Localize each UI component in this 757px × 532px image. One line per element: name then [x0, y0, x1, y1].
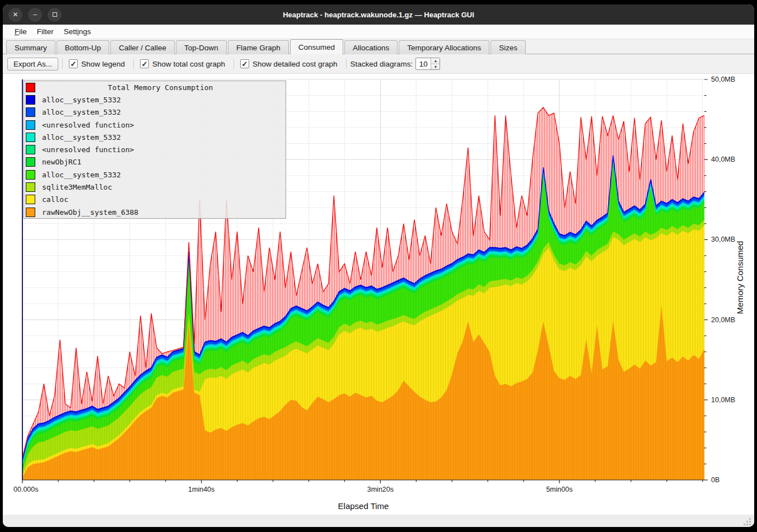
legend-swatch-icon — [26, 107, 35, 117]
tab-top-down[interactable]: Top-Down — [176, 40, 227, 54]
legend-row: sqlite3MemMalloc — [24, 181, 286, 193]
stacked-diagrams-control: Stacked diagrams: 10 ▲ ▼ — [351, 58, 441, 70]
checkbox-label: Show legend — [81, 60, 125, 68]
legend-row: newObjRC1 — [24, 156, 286, 168]
spin-up-icon[interactable]: ▲ — [431, 58, 440, 64]
window-title: Heaptrack - heaptrack.wakunode.1.gz — He… — [3, 11, 754, 19]
legend-swatch-icon — [26, 208, 35, 217]
legend-row: <unresolved function> — [24, 143, 286, 156]
y-tick-label: 0B — [711, 476, 719, 484]
y-axis-title: Memory Consumed — [735, 241, 745, 314]
menu-item-filter[interactable]: Filter — [32, 26, 59, 37]
legend-label: alloc__system_5332 — [35, 171, 121, 179]
minimize-icon: – — [33, 11, 37, 18]
tab-bar: SummaryBottom-UpCaller / CalleeTop-DownF… — [3, 39, 754, 54]
tab-flame-graph[interactable]: Flame Graph — [228, 40, 289, 54]
toolbar-separator — [346, 59, 347, 69]
legend-row: alloc__system_5332 — [24, 106, 286, 119]
checkbox-check-icon: ✓ — [69, 59, 78, 68]
legend-swatch-icon — [26, 95, 35, 105]
legend-label: Total Memory Consumption — [35, 83, 286, 92]
x-tick-label: 00.000s — [13, 486, 38, 493]
legend-row: calloc — [24, 194, 286, 206]
tab-bottom-up[interactable]: Bottom-Up — [57, 40, 110, 54]
spin-down-icon[interactable]: ▼ — [431, 64, 440, 70]
tab-caller-callee[interactable]: Caller / Callee — [110, 40, 175, 54]
menu-item-file[interactable]: File — [10, 26, 32, 37]
export-as-button[interactable]: Export As... — [7, 58, 58, 70]
checkbox-check-icon: ✓ — [140, 59, 149, 68]
title-bar[interactable]: ✕ – Heaptrack - heaptrack.wakunode.1.gz … — [3, 4, 754, 25]
close-button[interactable]: ✕ — [8, 8, 22, 22]
y-tick-label: 10,0MB — [711, 396, 735, 404]
tab-allocations[interactable]: Allocations — [344, 40, 398, 54]
legend-swatch-icon — [26, 145, 35, 154]
chart-legend: Total Memory Consumptionalloc__system_53… — [24, 81, 286, 219]
legend-label: sqlite3MemMalloc — [35, 183, 112, 191]
tab-sizes[interactable]: Sizes — [490, 40, 526, 54]
app-window: ✕ – Heaptrack - heaptrack.wakunode.1.gz … — [3, 4, 754, 527]
legend-swatch-icon — [26, 182, 35, 192]
y-tick-label: 30,0MB — [711, 236, 735, 243]
legend-label: <unresolved function> — [35, 145, 134, 154]
legend-swatch-icon — [26, 83, 35, 92]
legend-row: rawNewObj__system_6388 — [24, 206, 286, 218]
minimize-button[interactable]: – — [28, 8, 42, 22]
menu-item-settings[interactable]: Settings — [59, 26, 96, 37]
checkbox-show-legend[interactable]: ✓Show legend — [69, 59, 125, 68]
legend-row: alloc__system_5332 — [24, 93, 286, 106]
legend-swatch-icon — [26, 120, 35, 130]
stacked-diagrams-value: 10 — [416, 58, 431, 69]
toolbar: Export As... ✓Show legend✓Show total cos… — [3, 54, 754, 74]
checkbox-check-icon: ✓ — [240, 59, 249, 68]
y-tick-label: 50,0MB — [711, 76, 735, 83]
legend-label: alloc__system_5332 — [35, 133, 121, 142]
legend-label: alloc__system_5332 — [35, 108, 121, 116]
toolbar-separator — [133, 59, 134, 69]
checkbox-label: Show detailed cost graph — [253, 60, 338, 68]
legend-row: alloc__system_5332 — [24, 131, 286, 143]
resize-grip-icon[interactable] — [749, 518, 751, 520]
legend-row: alloc__system_5332 — [24, 168, 286, 181]
maximize-icon — [53, 12, 57, 17]
legend-row: <unresolved function> — [24, 119, 286, 131]
legend-label: <unresolved function> — [35, 121, 134, 129]
legend-swatch-icon — [26, 170, 35, 180]
x-tick-label: 5min00s — [546, 486, 572, 493]
toolbar-separator — [233, 59, 234, 69]
status-bar — [3, 515, 754, 527]
legend-swatch-icon — [26, 157, 35, 167]
y-tick-label: 20,0MB — [711, 316, 735, 324]
legend-row: Total Memory Consumption — [24, 81, 286, 93]
close-icon: ✕ — [12, 11, 18, 18]
toolbar-separator — [62, 59, 63, 69]
tab-summary[interactable]: Summary — [6, 40, 55, 54]
checkbox-label: Show total cost graph — [152, 60, 225, 68]
x-tick-label: 1min40s — [188, 486, 214, 493]
legend-label: newObjRC1 — [35, 158, 81, 166]
legend-label: rawNewObj__system_6388 — [35, 208, 138, 216]
menu-bar: FileFilterSettings — [3, 25, 754, 39]
memory-consumption-chart[interactable]: 0B10,0MB20,0MB30,0MB40,0MB50,0MB00.000s1… — [3, 74, 754, 515]
legend-label: alloc__system_5332 — [35, 96, 121, 104]
stacked-diagrams-spinbox[interactable]: 10 ▲ ▼ — [415, 58, 440, 70]
tab-consumed[interactable]: Consumed — [290, 39, 343, 54]
legend-swatch-icon — [26, 195, 35, 204]
checkbox-show-total-cost-graph[interactable]: ✓Show total cost graph — [140, 59, 225, 68]
stacked-diagrams-label: Stacked diagrams: — [351, 60, 413, 68]
checkbox-show-detailed-cost-graph[interactable]: ✓Show detailed cost graph — [240, 59, 338, 68]
y-tick-label: 40,0MB — [711, 156, 735, 163]
x-tick-label: 3min20s — [367, 486, 394, 493]
legend-label: calloc — [35, 195, 68, 204]
x-axis-title: Elapsed Time — [338, 501, 389, 511]
legend-swatch-icon — [26, 133, 35, 142]
tab-temporary-allocations[interactable]: Temporary Allocations — [399, 40, 489, 54]
maximize-button[interactable] — [48, 8, 62, 22]
